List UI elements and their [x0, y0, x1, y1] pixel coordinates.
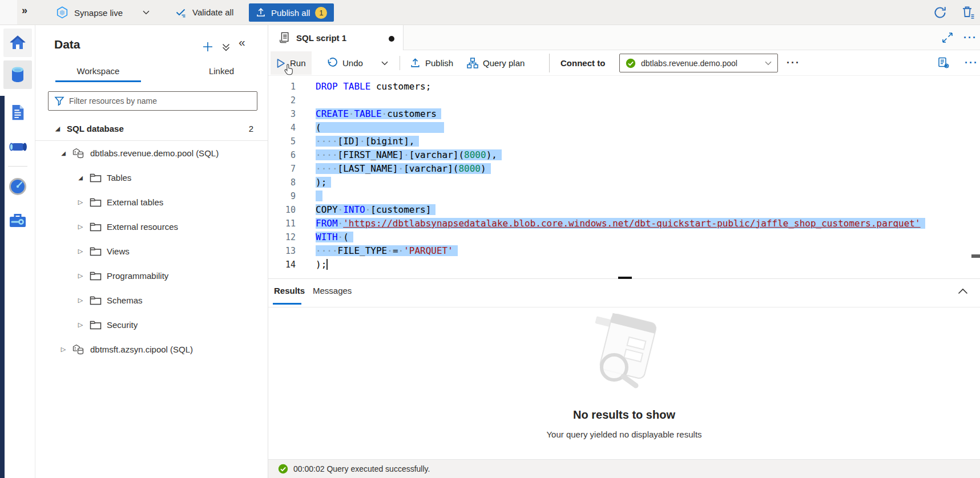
- run-button[interactable]: Run: [271, 51, 312, 75]
- code-line-12[interactable]: WITH·(: [316, 230, 353, 244]
- publish-button[interactable]: Publish: [404, 51, 459, 75]
- tree-item-external-resources[interactable]: ▷External resources: [35, 214, 268, 239]
- dropdown-chevron-icon: [765, 61, 772, 66]
- tree-item-label: External tables: [107, 197, 163, 207]
- tab-sql-script-1[interactable]: SQL script 1: [268, 25, 404, 50]
- properties-icon[interactable]: [937, 56, 950, 69]
- nav-expand-chevrons-icon[interactable]: »: [22, 5, 27, 17]
- expander-collapsed-icon[interactable]: ▷: [76, 248, 85, 255]
- sidebar-item-home[interactable]: [3, 29, 32, 57]
- add-resource-button[interactable]: [202, 41, 213, 52]
- toolbar-more-right-icon[interactable]: ···: [965, 60, 978, 66]
- tree-item-views[interactable]: ▷Views: [35, 239, 268, 264]
- connect-to-pool-dropdown[interactable]: dbtlabs.revenue.demo.pool: [619, 54, 778, 72]
- code-line-1[interactable]: DROP TABLE customers;: [316, 80, 431, 94]
- mode-selector[interactable]: Synapse live: [55, 6, 150, 19]
- code-token: [ID]: [338, 136, 360, 147]
- expander-collapsed-icon[interactable]: ▷: [76, 297, 85, 304]
- tree-item-sql-database[interactable]: ◢SQL database2: [35, 116, 268, 141]
- expander-collapsed-icon[interactable]: ▷: [76, 272, 85, 279]
- expander-collapsed-icon[interactable]: ▷: [76, 199, 85, 206]
- code-line-14[interactable]: );: [316, 258, 328, 272]
- expander-collapsed-icon[interactable]: ▷: [76, 223, 85, 230]
- tab-messages[interactable]: Messages: [313, 286, 352, 295]
- code-token: customers: [387, 108, 437, 119]
- tab-results[interactable]: Results: [274, 286, 305, 295]
- tree-item-label: dbtmsft.azsyn.cipool (SQL): [90, 345, 193, 354]
- sidebar-item-develop[interactable]: [3, 98, 32, 127]
- expand-editor-icon[interactable]: [942, 32, 953, 43]
- tree-item-tables[interactable]: ◢Tables: [35, 165, 268, 190]
- main-area: SQL script 1 ··· Run Undo: [268, 25, 980, 478]
- publish-all-button[interactable]: Publish all 1: [249, 3, 334, 22]
- line-number: 10: [268, 203, 296, 217]
- tree-item-schemas[interactable]: ▷Schemas: [35, 288, 268, 313]
- editor-toolbar: Run Undo Publish Query plan Connect to: [268, 50, 980, 76]
- sidebar-item-monitor[interactable]: [3, 172, 32, 201]
- tree-item-programmability[interactable]: ▷Programmability: [35, 264, 268, 288]
- collapse-results-chevron-up-icon[interactable]: [958, 288, 968, 294]
- toolbar-more-icon[interactable]: ···: [787, 60, 800, 66]
- code-line-11[interactable]: FROM·'https://dbtlabsynapsedatalake.blob…: [316, 217, 925, 230]
- code-token: ····: [316, 136, 338, 147]
- line-number: 9: [268, 189, 296, 203]
- code-line-7[interactable]: ····[LAST_NAME]·[varchar](8000): [316, 162, 491, 176]
- code-line-13[interactable]: ····FILE_TYPE·=·'PARQUET': [316, 244, 458, 258]
- mode-label: Synapse live: [74, 8, 123, 18]
- results-header-divider: [268, 307, 980, 307]
- expander-expanded-icon[interactable]: ◢: [53, 125, 62, 132]
- collapse-panel-icon[interactable]: «: [239, 35, 245, 49]
- results-tab-underline: [273, 303, 301, 305]
- sql-code-editor[interactable]: 1DROP TABLE customers;23CREATE·TABLE·cus…: [268, 76, 980, 279]
- discard-trash-icon[interactable]: [961, 5, 975, 20]
- query-plan-button[interactable]: Query plan: [461, 51, 530, 75]
- code-token: FROM: [316, 218, 338, 229]
- code-line-3[interactable]: CREATE·TABLE·customers: [316, 107, 441, 121]
- code-token: FILE_TYPE: [338, 245, 388, 256]
- code-token: ·: [338, 204, 344, 215]
- toolbar-separator: [549, 54, 550, 72]
- code-line-8[interactable]: );: [316, 176, 331, 189]
- selection-pad: [316, 189, 322, 203]
- expander-collapsed-icon[interactable]: ▷: [76, 321, 85, 329]
- tab-workspace[interactable]: Workspace: [53, 60, 144, 82]
- validate-all-button[interactable]: Validate all: [175, 6, 233, 18]
- code-line-9[interactable]: [316, 189, 322, 203]
- expander-expanded-icon[interactable]: ◢: [59, 150, 68, 156]
- code-line-5[interactable]: ····[ID]·[bigint],: [316, 135, 419, 148]
- code-line-10[interactable]: COPY·INTO·[customers]: [316, 203, 435, 217]
- expander-collapsed-icon[interactable]: ▷: [59, 346, 68, 353]
- code-token: ·: [349, 108, 354, 119]
- tree-item-security[interactable]: ▷Security: [35, 313, 268, 337]
- tab-more-icon[interactable]: ···: [963, 35, 977, 40]
- undo-button[interactable]: Undo: [321, 51, 369, 75]
- code-token: ),: [486, 149, 497, 160]
- refresh-icon[interactable]: [933, 5, 947, 20]
- tree-item-external-tables[interactable]: ▷External tables: [35, 190, 268, 214]
- sidebar-item-manage[interactable]: [3, 206, 32, 235]
- folder-icon: [90, 246, 102, 256]
- code-token: [LAST_NAME]: [338, 163, 398, 174]
- code-line-6[interactable]: ····[FIRST_NAME]·[varchar](8000),: [316, 148, 502, 162]
- code-token: [bigint],: [365, 136, 415, 147]
- sidebar-item-data[interactable]: [3, 60, 32, 89]
- tree-item-dbtmsft-azsyn-cipool-sql[interactable]: ▷dbtmsft.azsyn.cipool (SQL): [35, 337, 268, 362]
- upload-icon: [256, 7, 266, 18]
- line-number: 11: [268, 217, 296, 230]
- line-number: 3: [268, 107, 296, 121]
- code-token: 8000: [458, 163, 481, 174]
- undo-dropdown-chevron-icon[interactable]: [376, 51, 394, 75]
- filter-input[interactable]: [69, 96, 252, 106]
- line-number: 5: [268, 135, 296, 148]
- sql-script-icon: [279, 31, 290, 44]
- code-token: (: [343, 232, 349, 242]
- code-token: [customers]: [370, 204, 431, 215]
- tab-linked[interactable]: Linked: [176, 60, 267, 82]
- tree-item-dbtlabs-revenue-demo-pool-sql[interactable]: ◢dbtlabs.revenue.demo.pool (SQL): [35, 141, 268, 165]
- connected-check-icon: [626, 58, 636, 68]
- expand-all-icon[interactable]: [221, 42, 231, 52]
- line-number: 13: [268, 244, 296, 258]
- expander-expanded-icon[interactable]: ◢: [76, 175, 85, 181]
- code-line-4[interactable]: (: [316, 121, 444, 135]
- sidebar-item-integrate[interactable]: [3, 133, 32, 161]
